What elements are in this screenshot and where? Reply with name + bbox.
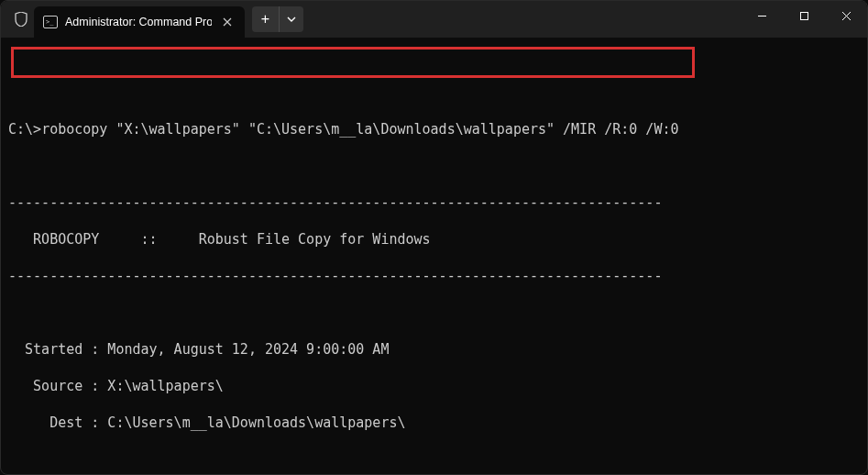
chevron-down-icon bbox=[287, 17, 296, 22]
titlebar: >_ Administrator: Command Pro + bbox=[1, 1, 867, 38]
new-tab-group: + bbox=[252, 6, 303, 32]
window-controls bbox=[741, 1, 867, 38]
new-tab-dropdown[interactable] bbox=[280, 6, 303, 32]
plus-icon: + bbox=[261, 11, 269, 28]
robocopy-header: ROBOCOPY :: Robust File Copy for Windows bbox=[8, 230, 860, 249]
maximize-icon bbox=[799, 11, 809, 21]
prompt: C:\> bbox=[8, 121, 41, 138]
maximize-button[interactable] bbox=[783, 1, 825, 30]
titlebar-left: >_ Administrator: Command Pro + bbox=[1, 1, 303, 38]
new-tab-button[interactable]: + bbox=[252, 6, 280, 32]
tab-title: Administrator: Command Pro bbox=[65, 16, 212, 28]
minimize-button[interactable] bbox=[741, 1, 783, 30]
command-highlight-box bbox=[11, 47, 695, 78]
tab-close-button[interactable] bbox=[219, 14, 236, 30]
separator: ----------------------------------------… bbox=[8, 267, 860, 285]
blank-line bbox=[8, 83, 860, 102]
minimize-icon bbox=[757, 11, 767, 21]
blank-line bbox=[8, 450, 860, 469]
close-icon bbox=[223, 17, 232, 27]
uac-shield-icon bbox=[8, 12, 34, 27]
command-text: robocopy "X:\wallpapers" "C:\Users\m__la… bbox=[41, 121, 678, 138]
tab-active[interactable]: >_ Administrator: Command Pro bbox=[34, 6, 245, 38]
started-line: Started : Monday, August 12, 2024 9:00:0… bbox=[8, 340, 860, 359]
terminal-content[interactable]: C:\>robocopy "X:\wallpapers" "C:\Users\m… bbox=[1, 38, 867, 475]
close-icon bbox=[841, 11, 852, 21]
blank-line bbox=[8, 304, 860, 322]
svg-rect-2 bbox=[800, 12, 808, 19]
separator: ----------------------------------------… bbox=[8, 193, 860, 212]
dest-line: Dest : C:\Users\m__la\Downloads\wallpape… bbox=[8, 414, 860, 432]
svg-text:>_: >_ bbox=[46, 18, 54, 26]
source-line: Source : X:\wallpapers\ bbox=[8, 377, 860, 395]
cmd-icon: >_ bbox=[43, 15, 58, 29]
command-line: C:\>robocopy "X:\wallpapers" "C:\Users\m… bbox=[8, 120, 860, 138]
blank-line bbox=[8, 157, 860, 175]
close-button[interactable] bbox=[825, 1, 867, 30]
